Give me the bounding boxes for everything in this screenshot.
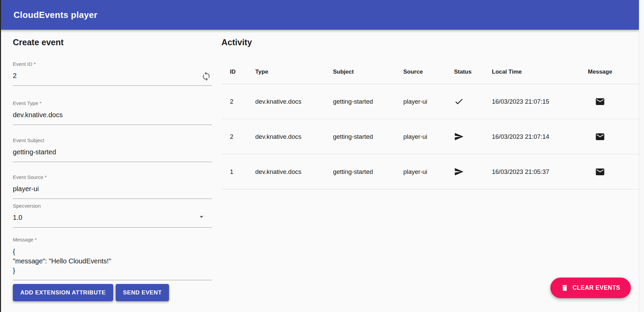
create-event-heading: Create event: [13, 37, 212, 47]
col-header-status: Status: [454, 69, 492, 75]
specversion-value[interactable]: 1.0: [13, 213, 212, 227]
event-subject-input[interactable]: getting-started: [13, 148, 212, 162]
specversion-label: Specversion: [13, 203, 212, 209]
table-row[interactable]: 2 dev.knative.docs getting-started playe…: [221, 84, 639, 119]
send-icon: [454, 167, 492, 177]
cell-local-time: 16/03/2023 21:07:14: [492, 133, 585, 140]
window-left-edge: [0, 0, 1, 312]
table-row[interactable]: 1 dev.knative.docs getting-started playe…: [221, 154, 639, 189]
cell-id: 2: [230, 133, 255, 140]
col-header-type: Type: [255, 69, 333, 75]
cell-type: dev.knative.docs: [255, 168, 333, 176]
col-header-local-time: Local Time: [492, 69, 585, 75]
activity-heading: Activity: [221, 37, 639, 47]
cell-source: player-ui: [403, 168, 454, 176]
cell-subject: getting-started: [333, 168, 403, 176]
email-icon[interactable]: [594, 165, 606, 178]
message-field[interactable]: Message * { "message": "Hello CloudEvent…: [13, 237, 212, 280]
event-source-label: Event Source *: [13, 174, 212, 180]
event-subject-field[interactable]: Event Subject getting-started: [13, 137, 212, 162]
app-bar: CloudEvents player: [0, 0, 639, 30]
col-header-subject: Subject: [333, 69, 403, 75]
event-source-field[interactable]: Event Source * player-ui: [13, 174, 212, 199]
trash-icon: [561, 284, 569, 292]
cell-local-time: 16/03/2023 21:05:37: [492, 168, 585, 176]
email-icon[interactable]: [594, 95, 606, 108]
col-header-id: ID: [230, 69, 255, 75]
activity-panel: Activity ID Type Subject Source Status L…: [221, 37, 639, 189]
col-header-message: Message: [585, 69, 639, 75]
col-header-source: Source: [403, 69, 454, 75]
event-id-field[interactable]: Event ID * 2: [13, 61, 212, 86]
create-event-panel: Create event Event ID * 2 Event Type * d…: [13, 37, 212, 301]
event-source-input[interactable]: player-ui: [13, 184, 212, 199]
cell-type: dev.knative.docs: [255, 133, 333, 140]
check-icon: [454, 97, 492, 106]
table-row[interactable]: 2 dev.knative.docs getting-started playe…: [221, 119, 639, 154]
cell-source: player-ui: [403, 98, 454, 105]
activity-table-header: ID Type Subject Source Status Local Time…: [221, 60, 639, 84]
email-icon[interactable]: [594, 130, 606, 143]
send-event-button[interactable]: SEND EVENT: [116, 284, 169, 301]
clear-events-label: CLEAR EVENTS: [572, 284, 620, 291]
cell-local-time: 16/03/2023 21:07:15: [492, 98, 585, 105]
event-type-label: Event Type *: [13, 100, 212, 106]
event-id-label: Event ID *: [13, 61, 212, 67]
specversion-select[interactable]: Specversion 1.0: [13, 203, 212, 228]
send-icon: [454, 132, 492, 141]
app-title: CloudEvents player: [14, 10, 97, 20]
cell-subject: getting-started: [333, 133, 403, 140]
message-input[interactable]: { "message": "Hello CloudEvents!" }: [13, 247, 212, 280]
add-extension-attribute-button[interactable]: ADD EXTENSION ATTRIBUTE: [13, 284, 113, 301]
event-type-input[interactable]: dev.knative.docs: [13, 110, 212, 125]
message-label: Message *: [13, 237, 212, 243]
form-actions: ADD EXTENSION ATTRIBUTE SEND EVENT: [13, 284, 212, 301]
cell-id: 2: [230, 98, 255, 105]
cell-source: player-ui: [403, 133, 454, 140]
event-type-field[interactable]: Event Type * dev.knative.docs: [13, 100, 212, 125]
cell-subject: getting-started: [333, 98, 403, 105]
chevron-down-icon[interactable]: [197, 212, 206, 221]
sync-icon[interactable]: [201, 71, 211, 81]
clear-events-button[interactable]: CLEAR EVENTS: [550, 278, 631, 298]
event-id-input[interactable]: 2: [13, 71, 212, 85]
event-subject-label: Event Subject: [13, 137, 212, 144]
cell-id: 1: [230, 168, 255, 176]
vertical-scrollbar[interactable]: [639, 0, 644, 312]
cell-type: dev.knative.docs: [255, 98, 333, 105]
